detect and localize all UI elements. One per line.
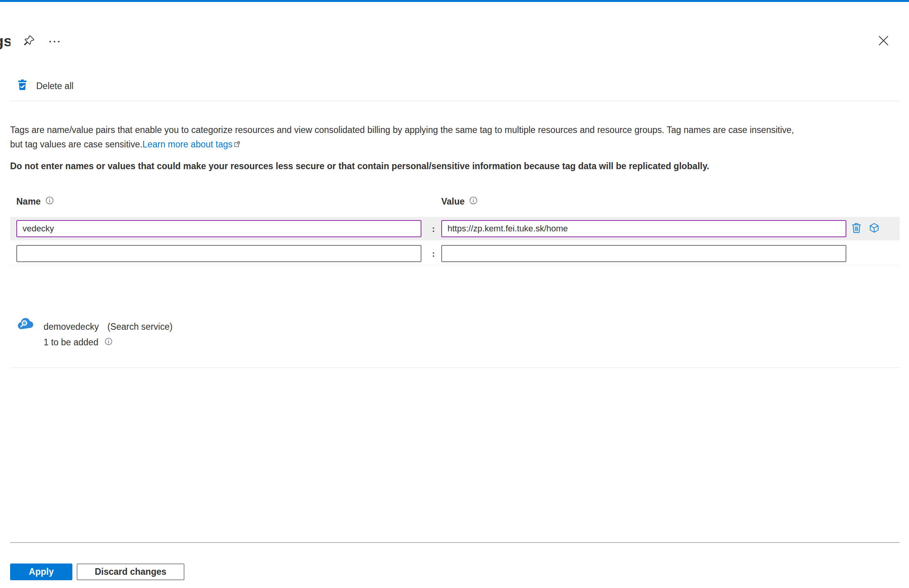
tags-description: Tags are name/value pairs that enable yo… — [10, 123, 903, 152]
search-service-icon — [17, 318, 34, 331]
delete-all-icon — [18, 79, 27, 93]
resource-status-row: 1 to be added — [44, 336, 112, 348]
name-header-label: Name — [16, 196, 41, 207]
delete-all-label: Delete all — [36, 81, 74, 91]
security-warning: Do not enter names or values that could … — [10, 161, 903, 172]
value-column-header: Value — [441, 196, 477, 207]
resource-status: 1 to be added — [44, 337, 98, 348]
divider — [10, 101, 900, 101]
tag-name-input-1[interactable] — [16, 220, 421, 237]
delete-all-button[interactable]: Delete all — [18, 79, 74, 93]
value-header-label: Value — [441, 196, 465, 207]
close-button[interactable] — [876, 33, 891, 49]
page-title: Tags — [0, 33, 11, 55]
tag-value-input-1[interactable] — [441, 220, 846, 237]
resource-row: demovedecky (Search service) — [44, 320, 172, 333]
apply-button[interactable]: Apply — [10, 564, 72, 580]
footer-divider — [10, 542, 900, 543]
resource-type: (Search service) — [107, 322, 172, 332]
learn-more-link[interactable]: Learn more about tags — [142, 139, 232, 149]
close-icon — [878, 35, 889, 47]
name-column-header: Name — [16, 196, 54, 207]
trash-icon — [851, 222, 862, 234]
info-icon[interactable] — [469, 196, 477, 207]
more-options-button[interactable] — [47, 33, 62, 49]
info-icon[interactable] — [46, 196, 54, 207]
external-link-icon — [233, 138, 240, 152]
row-actions — [851, 222, 880, 234]
description-line2: but tag values are case sensitive. — [10, 139, 142, 149]
description-line1: Tags are name/value pairs that enable yo… — [10, 125, 794, 135]
info-icon[interactable] — [105, 337, 112, 348]
tags-blade: Tags — [0, 0, 909, 588]
divider — [10, 265, 900, 265]
resource-scope-button[interactable] — [869, 222, 880, 234]
resource-name: demovedecky — [44, 322, 99, 332]
name-value-separator: : — [428, 224, 439, 234]
tag-name-input-2[interactable] — [16, 245, 421, 262]
divider — [10, 368, 900, 368]
cube-icon — [869, 222, 880, 234]
pin-button[interactable] — [21, 33, 37, 49]
top-accent-bar — [0, 0, 909, 2]
delete-tag-button[interactable] — [851, 222, 862, 234]
discard-changes-button[interactable]: Discard changes — [77, 564, 184, 580]
tag-value-input-2[interactable] — [441, 245, 846, 262]
ellipsis-icon — [49, 38, 60, 44]
name-value-separator: : — [428, 249, 439, 259]
pin-icon — [22, 34, 35, 49]
